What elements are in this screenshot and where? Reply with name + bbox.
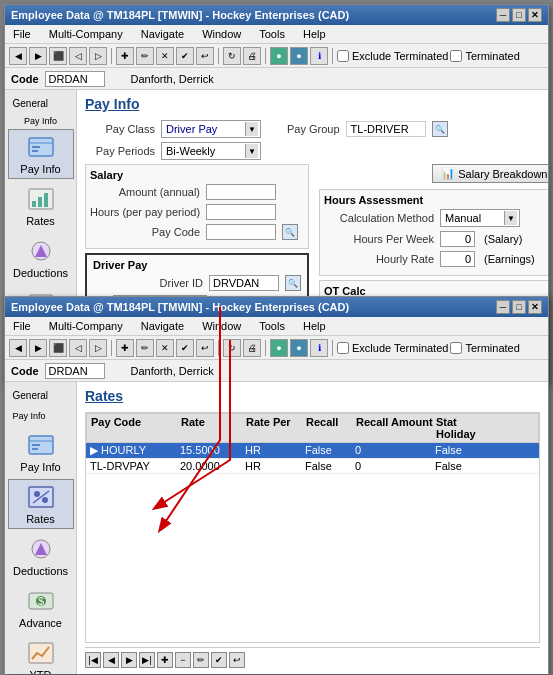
nav-save[interactable]: ✔ — [211, 652, 227, 668]
nav-last[interactable]: ▶| — [139, 652, 155, 668]
nav-cancel[interactable]: ↩ — [229, 652, 245, 668]
prev-btn-2[interactable]: ◁ — [69, 339, 87, 357]
back-btn[interactable]: ◀ — [9, 47, 27, 65]
payperiods-arrow[interactable]: ▼ — [245, 144, 258, 158]
driver-id-input[interactable] — [209, 275, 279, 291]
nav-next[interactable]: ▶ — [121, 652, 137, 668]
bottom-nav: |◀ ◀ ▶ ▶| ✚ − ✏ ✔ ↩ — [85, 647, 540, 668]
print-btn[interactable]: 🖨 — [243, 47, 261, 65]
salary-amount-label: Amount (annual) — [90, 186, 200, 198]
menu-help-1[interactable]: Help — [299, 27, 330, 41]
sidebar2-item-payinfo[interactable]: Pay Info — [8, 427, 74, 477]
edit-btn[interactable]: ✏ — [136, 47, 154, 65]
salary-paycode-input[interactable] — [206, 224, 276, 240]
sidebar-item-deductions[interactable]: Deductions — [8, 233, 74, 283]
next-btn[interactable]: ▷ — [89, 47, 107, 65]
payperiods-row: Pay Periods Bi-Weekly ▼ — [85, 142, 540, 160]
menu-window-1[interactable]: Window — [198, 27, 245, 41]
blue-circle[interactable]: ● — [290, 47, 308, 65]
menu-navigate-1[interactable]: Navigate — [137, 27, 188, 41]
maximize-btn-2[interactable]: □ — [512, 300, 526, 314]
sidebar-item-rates[interactable]: Rates — [8, 181, 74, 231]
menu-multicompany-1[interactable]: Multi-Company — [45, 27, 127, 41]
salary-breakdown-btn[interactable]: 📊 Salary Breakdown — [432, 164, 548, 183]
save-btn-2[interactable]: ✔ — [176, 339, 194, 357]
edit-btn-2[interactable]: ✏ — [136, 339, 154, 357]
sidebar2-item-advance[interactable]: $ Advance — [8, 583, 74, 633]
menu-tools-1[interactable]: Tools — [255, 27, 289, 41]
home-btn-2[interactable]: ⬛ — [49, 339, 67, 357]
save-btn[interactable]: ✔ — [176, 47, 194, 65]
refresh-btn-2[interactable]: ↻ — [223, 339, 241, 357]
sidebar-item-general[interactable]: General — [8, 94, 74, 113]
nav-minus[interactable]: − — [175, 652, 191, 668]
menu-file-1[interactable]: File — [9, 27, 35, 41]
sidebar2-item-rates[interactable]: Rates — [8, 479, 74, 529]
toolbar-1: ◀ ▶ ⬛ ◁ ▷ ✚ ✏ ✕ ✔ ↩ ↻ 🖨 ● ● ℹ Exclude Te… — [5, 44, 548, 68]
print-btn-2[interactable]: 🖨 — [243, 339, 261, 357]
minimize-btn-1[interactable]: ─ — [496, 8, 510, 22]
nav-prev[interactable]: ◀ — [103, 652, 119, 668]
menu-window-2[interactable]: Window — [198, 319, 245, 333]
refresh-btn[interactable]: ↻ — [223, 47, 241, 65]
row1-stat: False — [435, 444, 495, 457]
code-input-2[interactable] — [45, 363, 105, 379]
hourly-rate-input[interactable] — [440, 251, 475, 267]
menu-navigate-2[interactable]: Navigate — [137, 319, 188, 333]
delete-btn[interactable]: ✕ — [156, 47, 174, 65]
green-circle[interactable]: ● — [270, 47, 288, 65]
exclude-terminated-checkbox-2[interactable] — [337, 342, 349, 354]
nav-first[interactable]: |◀ — [85, 652, 101, 668]
info-btn[interactable]: ℹ — [310, 47, 328, 65]
table-row-hourly[interactable]: ▶ HOURLY 15.5000 HR False 0 False — [86, 443, 539, 459]
home-btn[interactable]: ⬛ — [49, 47, 67, 65]
nav-add[interactable]: ✚ — [157, 652, 173, 668]
payclass-combo[interactable]: Driver Pay ▼ — [161, 120, 261, 138]
employee-name-1: Danforth, Derrick — [131, 73, 214, 85]
payperiods-combo[interactable]: Bi-Weekly ▼ — [161, 142, 261, 160]
table-row-tldrvpay[interactable]: TL-DRVPAY 20.0000 HR False 0 False — [86, 459, 539, 474]
sidebar2-item-general[interactable]: General — [8, 386, 74, 405]
forward-btn-2[interactable]: ▶ — [29, 339, 47, 357]
maximize-btn-1[interactable]: □ — [512, 8, 526, 22]
paygroup-lookup[interactable]: 🔍 — [432, 121, 448, 137]
hours-per-week-input[interactable] — [440, 231, 475, 247]
cancel-btn[interactable]: ↩ — [196, 47, 214, 65]
menu-file-2[interactable]: File — [9, 319, 35, 333]
menu-tools-2[interactable]: Tools — [255, 319, 289, 333]
row1-rate: 15.5000 — [180, 444, 245, 457]
add-btn-2[interactable]: ✚ — [116, 339, 134, 357]
terminated-checkbox-2[interactable] — [450, 342, 462, 354]
menu-help-2[interactable]: Help — [299, 319, 330, 333]
salary-amount-input[interactable] — [206, 184, 276, 200]
calc-method-combo[interactable]: Manual ▼ — [440, 209, 520, 227]
salary-paycode-lookup[interactable]: 🔍 — [282, 224, 298, 240]
forward-btn[interactable]: ▶ — [29, 47, 47, 65]
blue-circle-2[interactable]: ● — [290, 339, 308, 357]
green-circle-2[interactable]: ● — [270, 339, 288, 357]
delete-btn-2[interactable]: ✕ — [156, 339, 174, 357]
window-controls-1: ─ □ ✕ — [496, 8, 542, 22]
terminated-checkbox[interactable] — [450, 50, 462, 62]
close-btn-1[interactable]: ✕ — [528, 8, 542, 22]
close-btn-2[interactable]: ✕ — [528, 300, 542, 314]
cancel-btn-2[interactable]: ↩ — [196, 339, 214, 357]
code-input-1[interactable] — [45, 71, 105, 87]
payclass-arrow[interactable]: ▼ — [245, 122, 258, 136]
sidebar2-item-deductions[interactable]: Deductions — [8, 531, 74, 581]
salary-hours-input[interactable] — [206, 204, 276, 220]
add-btn[interactable]: ✚ — [116, 47, 134, 65]
minimize-btn-2[interactable]: ─ — [496, 300, 510, 314]
nav-edit[interactable]: ✏ — [193, 652, 209, 668]
sidebar2-item-ytd[interactable]: YTD — [8, 635, 74, 674]
driver-id-lookup[interactable]: 🔍 — [285, 275, 301, 291]
sidebar-item-payinfo[interactable]: Pay Info — [8, 129, 74, 179]
back-btn-2[interactable]: ◀ — [9, 339, 27, 357]
prev-btn[interactable]: ◁ — [69, 47, 87, 65]
next-btn-2[interactable]: ▷ — [89, 339, 107, 357]
calc-method-arrow[interactable]: ▼ — [504, 211, 517, 225]
info-btn-2[interactable]: ℹ — [310, 339, 328, 357]
sidebar2-payinfo-text[interactable]: Pay Info — [8, 407, 74, 425]
menu-multicompany-2[interactable]: Multi-Company — [45, 319, 127, 333]
exclude-terminated-checkbox[interactable] — [337, 50, 349, 62]
